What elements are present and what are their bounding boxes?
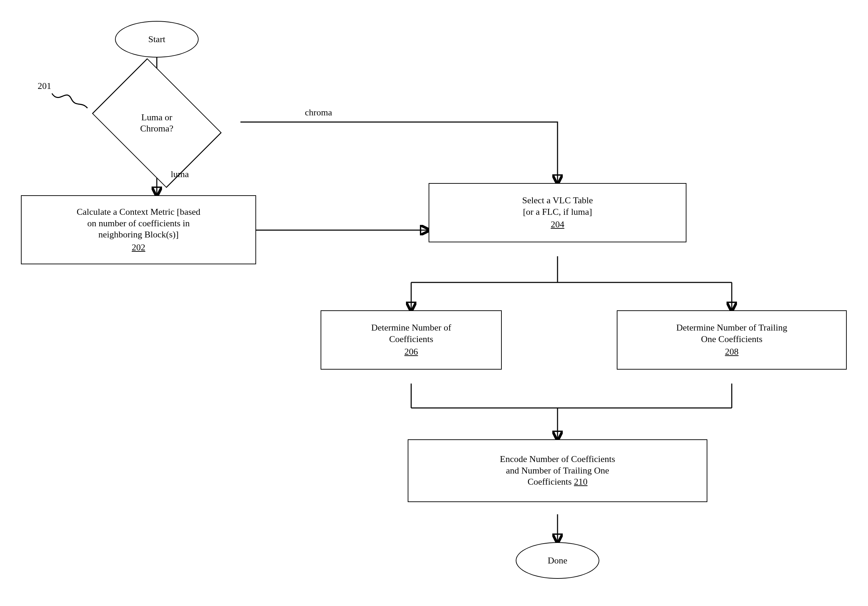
enc-line3: Coefficients — [527, 477, 574, 487]
done-label: Done — [548, 555, 567, 566]
numcoeff-line1: Determine Number of — [371, 322, 451, 334]
decision-line2: Chroma? — [140, 123, 173, 134]
process-select-vlc: Select a VLC Table [or a FLC, if luma] 2… — [429, 183, 687, 242]
enc-line1: Encode Number of Coefficients — [500, 454, 615, 465]
process-det-num-coeff: Determine Number of Coefficients 206 — [321, 310, 502, 370]
edge-label-luma: luma — [171, 169, 189, 180]
terminal-done: Done — [516, 542, 599, 579]
vlc-line2: [or a FLC, if luma] — [523, 207, 592, 218]
ctx-ref: 202 — [132, 242, 145, 253]
vlc-ref: 204 — [551, 219, 564, 230]
decision-line1: Luma or — [141, 112, 172, 123]
vlc-line1: Select a VLC Table — [522, 195, 593, 207]
start-label: Start — [148, 34, 165, 45]
ctx-line3: neighboring Block(s)] — [98, 229, 178, 241]
flowchart-canvas: 201 Start Luma or Chroma? chroma luma Ca… — [0, 0, 868, 606]
decision-luma-chroma: Luma or Chroma? — [87, 84, 226, 162]
callout-squiggle — [51, 91, 82, 108]
process-context-metric: Calculate a Context Metric [based on num… — [21, 195, 256, 264]
enc-ref: 210 — [574, 477, 587, 487]
process-det-trailing-ones: Determine Number of Trailing One Coeffic… — [617, 310, 847, 370]
numcoeff-line2: Coefficients — [389, 334, 434, 345]
callout-decision-ref: 201 — [38, 81, 51, 91]
ctx-line1: Calculate a Context Metric [based — [77, 207, 200, 218]
process-encode: Encode Number of Coefficients and Number… — [408, 439, 707, 502]
ctx-line2: on number of coefficients in — [87, 218, 189, 230]
edge-label-chroma: chroma — [305, 107, 332, 118]
t1-line2: One Coefficients — [701, 334, 763, 345]
terminal-start: Start — [115, 21, 198, 57]
t1-ref: 208 — [725, 346, 739, 358]
t1-line1: Determine Number of Trailing — [676, 322, 787, 334]
enc-line2: and Number of Trailing One — [506, 465, 609, 477]
numcoeff-ref: 206 — [405, 346, 418, 358]
